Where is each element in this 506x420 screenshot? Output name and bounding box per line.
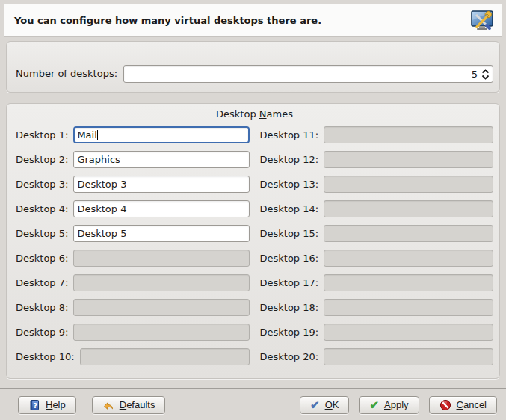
right-button-group: ✔ OK ✔ Apply Cancel [300,396,497,414]
apply-check-icon: ✔ [369,399,379,410]
names-col-right: Desktop 11: Desktop 12: Desktop 13: Desk… [260,126,494,365]
content-spacer [0,379,506,388]
desktop-names-grid: Desktop 1: Mail Desktop 2: Graphics Desk… [16,126,493,365]
spin-down-button[interactable] [481,75,490,80]
cancel-button-label: Cancel [457,399,487,410]
button-bar: ? Help Defaults ✔ OK ✔ Appl [0,389,506,420]
undo-arrow-icon [102,399,114,411]
desktop-6-input [73,250,249,267]
desktop-11-input [324,126,493,143]
desktop-9-input [73,324,249,341]
desktop-name-row: Desktop 8: [16,299,250,316]
desktop-name-row: Desktop 7: [16,274,250,291]
desktop-name-row: Desktop 4: Desktop 4 [16,200,250,217]
desktop-label: Desktop 18: [260,302,319,313]
desktop-label: Desktop 8: [16,302,68,313]
desktop-8-input [73,299,249,316]
spinner-arrows [481,69,490,80]
desktop-name-row: Desktop 15: [260,225,494,242]
names-col-left: Desktop 1: Mail Desktop 2: Graphics Desk… [16,126,250,365]
apply-button[interactable]: ✔ Apply [359,396,419,414]
desktop-name-row: Desktop 5: Desktop 5 [16,225,250,242]
desktop-19-input [324,324,493,341]
help-book-icon: ? [28,399,40,411]
ok-button[interactable]: ✔ OK [300,396,349,414]
desktop-label: Desktop 4: [16,203,68,214]
desktop-names-group: Desktop Names Desktop 1: Mail Desktop 2:… [6,103,500,379]
spinbox-value: 5 [129,69,478,80]
desktop-7-input [73,274,249,291]
desktop-label: Desktop 2: [16,154,68,165]
desktop-name-row: Desktop 13: [260,176,494,193]
desktop-input-value: Desktop 5 [77,228,126,239]
desktop-label: Desktop 15: [260,228,319,239]
desktop-name-row: Desktop 2: Graphics [16,151,250,168]
desktop-input-value: Mail [77,129,96,140]
ok-button-label: OK [325,399,339,410]
desktop-label: Desktop 17: [260,277,319,288]
desktop-label: Desktop 10: [16,351,75,362]
desktop-name-row: Desktop 17: [260,274,494,291]
desktop-name-row: Desktop 1: Mail [16,126,250,143]
desktop-20-input [324,348,493,365]
desktop-name-row: Desktop 11: [260,126,494,143]
desktop-label: Desktop 13: [260,179,319,190]
desktop-4-input[interactable]: Desktop 4 [73,200,249,217]
cancel-button[interactable]: Cancel [429,396,497,414]
desktop-label: Desktop 3: [16,179,68,190]
desktop-18-input [324,299,493,316]
desktop-label: Desktop 1: [16,129,68,140]
desktop-name-row: Desktop 6: [16,250,250,267]
desktop-name-row: Desktop 20: [260,348,494,365]
number-of-desktops-spinbox[interactable]: 5 [123,65,493,83]
desktop-name-row: Desktop 19: [260,324,494,341]
desktop-label: Desktop 14: [260,203,319,214]
cancel-sign-icon [439,399,451,411]
desktop-input-value: Graphics [77,154,120,165]
virtual-desktops-dialog: You can configure how many virtual deskt… [0,0,506,420]
help-button-label: Help [46,399,66,410]
number-of-desktops-frame: Number of desktops: 5 [6,41,500,93]
desktop-label: Desktop 20: [260,351,319,362]
desktop-label: Desktop 11: [260,129,319,140]
desktop-name-row: Desktop 18: [260,299,494,316]
desktop-name-row: Desktop 3: Desktop 3 [16,176,250,193]
desktop-12-input [324,151,493,168]
defaults-button[interactable]: Defaults [92,396,166,414]
number-of-desktops-label: Number of desktops: [16,65,117,83]
desktop-1-input[interactable]: Mail [73,126,249,143]
desktop-label: Desktop 16: [260,253,319,264]
text-cursor [97,130,98,140]
desktop-label: Desktop 9: [16,327,68,338]
desktop-names-title: Desktop Names [16,108,493,120]
desktop-input-value: Desktop 4 [77,203,126,214]
desktop-13-input [324,176,493,193]
desktop-name-row: Desktop 14: [260,200,494,217]
desktop-tools-icon [470,8,494,32]
desktop-label: Desktop 6: [16,253,68,264]
desktop-14-input [324,200,493,217]
desktop-3-input[interactable]: Desktop 3 [73,176,249,193]
desktop-label: Desktop 5: [16,228,68,239]
desktop-15-input [324,225,493,242]
desktop-10-input [80,348,250,365]
desktop-input-value: Desktop 3 [77,179,126,190]
desktop-16-input [324,250,493,267]
apply-button-label: Apply [384,399,409,410]
desktop-name-row: Desktop 10: [16,348,250,365]
desktop-2-input[interactable]: Graphics [73,151,249,168]
help-button[interactable]: ? Help [18,396,76,414]
ok-check-icon: ✔ [310,399,320,410]
spin-up-button[interactable] [481,69,490,74]
desktop-label: Desktop 19: [260,327,319,338]
desktop-5-input[interactable]: Desktop 5 [73,225,249,242]
left-button-group: ? Help Defaults [18,396,165,414]
desktop-label: Desktop 12: [260,154,319,165]
header-panel: You can configure how many virtual deskt… [4,4,502,37]
desktop-name-row: Desktop 16: [260,250,494,267]
defaults-button-label: Defaults [120,399,155,410]
header-text: You can configure how many virtual deskt… [14,15,470,26]
desktop-name-row: Desktop 12: [260,151,494,168]
svg-text:?: ? [34,401,38,409]
desktop-label: Desktop 7: [16,277,68,288]
